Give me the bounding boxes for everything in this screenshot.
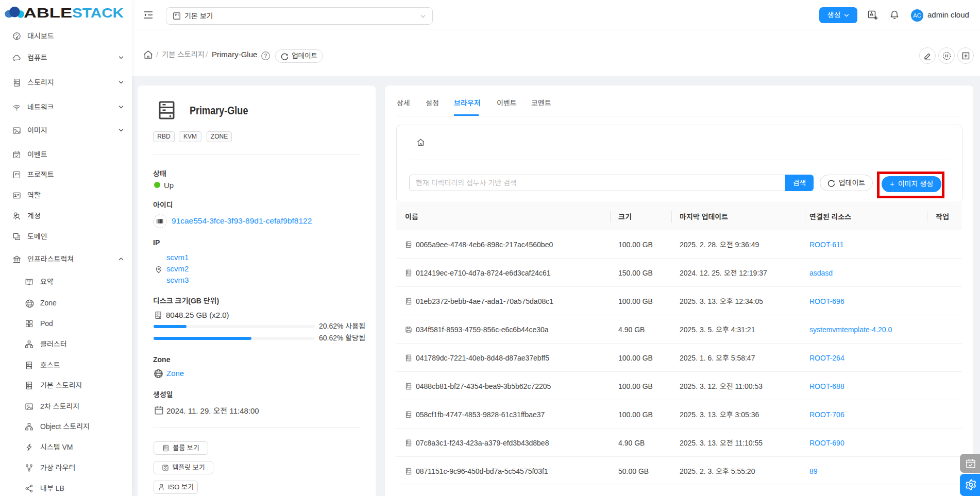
svg-text:ABLE: ABLE: [24, 6, 72, 20]
svg-text:?: ?: [264, 53, 267, 59]
svg-text:STACK: STACK: [72, 6, 124, 20]
